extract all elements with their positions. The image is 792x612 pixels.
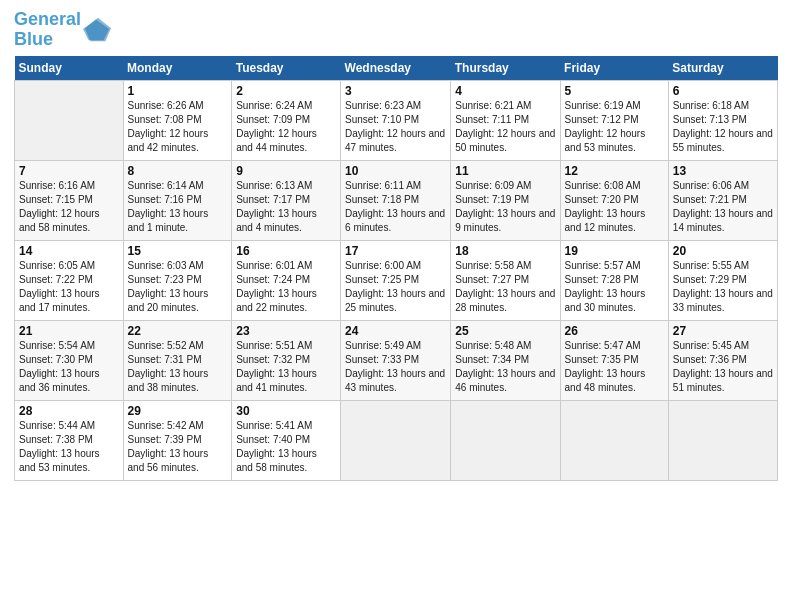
calendar-cell	[560, 400, 668, 480]
day-info: Sunrise: 6:11 AMSunset: 7:18 PMDaylight:…	[345, 179, 446, 235]
day-number: 24	[345, 324, 446, 338]
header: General Blue	[14, 10, 778, 50]
weekday-header: Wednesday	[341, 56, 451, 81]
calendar-cell	[15, 80, 124, 160]
logo-icon	[83, 16, 111, 44]
calendar-cell: 17Sunrise: 6:00 AMSunset: 7:25 PMDayligh…	[341, 240, 451, 320]
calendar-cell: 6Sunrise: 6:18 AMSunset: 7:13 PMDaylight…	[668, 80, 777, 160]
calendar-week-row: 21Sunrise: 5:54 AMSunset: 7:30 PMDayligh…	[15, 320, 778, 400]
day-number: 14	[19, 244, 119, 258]
calendar-week-row: 28Sunrise: 5:44 AMSunset: 7:38 PMDayligh…	[15, 400, 778, 480]
calendar-cell	[451, 400, 560, 480]
day-number: 18	[455, 244, 555, 258]
day-info: Sunrise: 5:45 AMSunset: 7:36 PMDaylight:…	[673, 339, 773, 395]
calendar-cell: 13Sunrise: 6:06 AMSunset: 7:21 PMDayligh…	[668, 160, 777, 240]
day-number: 5	[565, 84, 664, 98]
calendar-cell: 21Sunrise: 5:54 AMSunset: 7:30 PMDayligh…	[15, 320, 124, 400]
day-number: 19	[565, 244, 664, 258]
calendar-week-row: 14Sunrise: 6:05 AMSunset: 7:22 PMDayligh…	[15, 240, 778, 320]
calendar-week-row: 1Sunrise: 6:26 AMSunset: 7:08 PMDaylight…	[15, 80, 778, 160]
day-info: Sunrise: 6:13 AMSunset: 7:17 PMDaylight:…	[236, 179, 336, 235]
day-info: Sunrise: 6:06 AMSunset: 7:21 PMDaylight:…	[673, 179, 773, 235]
calendar-cell: 28Sunrise: 5:44 AMSunset: 7:38 PMDayligh…	[15, 400, 124, 480]
weekday-header: Sunday	[15, 56, 124, 81]
calendar-cell: 26Sunrise: 5:47 AMSunset: 7:35 PMDayligh…	[560, 320, 668, 400]
day-info: Sunrise: 6:03 AMSunset: 7:23 PMDaylight:…	[128, 259, 228, 315]
weekday-header: Thursday	[451, 56, 560, 81]
logo: General Blue	[14, 10, 111, 50]
logo-text: General Blue	[14, 10, 81, 50]
day-number: 11	[455, 164, 555, 178]
day-number: 9	[236, 164, 336, 178]
day-info: Sunrise: 6:05 AMSunset: 7:22 PMDaylight:…	[19, 259, 119, 315]
weekday-header: Monday	[123, 56, 232, 81]
day-number: 6	[673, 84, 773, 98]
day-info: Sunrise: 6:14 AMSunset: 7:16 PMDaylight:…	[128, 179, 228, 235]
calendar-cell: 14Sunrise: 6:05 AMSunset: 7:22 PMDayligh…	[15, 240, 124, 320]
day-info: Sunrise: 6:00 AMSunset: 7:25 PMDaylight:…	[345, 259, 446, 315]
calendar-cell: 15Sunrise: 6:03 AMSunset: 7:23 PMDayligh…	[123, 240, 232, 320]
day-info: Sunrise: 5:44 AMSunset: 7:38 PMDaylight:…	[19, 419, 119, 475]
calendar-cell: 25Sunrise: 5:48 AMSunset: 7:34 PMDayligh…	[451, 320, 560, 400]
day-info: Sunrise: 6:26 AMSunset: 7:08 PMDaylight:…	[128, 99, 228, 155]
day-number: 16	[236, 244, 336, 258]
day-number: 1	[128, 84, 228, 98]
day-info: Sunrise: 6:01 AMSunset: 7:24 PMDaylight:…	[236, 259, 336, 315]
day-number: 2	[236, 84, 336, 98]
day-number: 10	[345, 164, 446, 178]
day-info: Sunrise: 5:54 AMSunset: 7:30 PMDaylight:…	[19, 339, 119, 395]
calendar-cell: 1Sunrise: 6:26 AMSunset: 7:08 PMDaylight…	[123, 80, 232, 160]
calendar-cell: 30Sunrise: 5:41 AMSunset: 7:40 PMDayligh…	[232, 400, 341, 480]
calendar-cell: 19Sunrise: 5:57 AMSunset: 7:28 PMDayligh…	[560, 240, 668, 320]
day-info: Sunrise: 5:42 AMSunset: 7:39 PMDaylight:…	[128, 419, 228, 475]
day-info: Sunrise: 6:24 AMSunset: 7:09 PMDaylight:…	[236, 99, 336, 155]
day-info: Sunrise: 5:57 AMSunset: 7:28 PMDaylight:…	[565, 259, 664, 315]
day-info: Sunrise: 5:58 AMSunset: 7:27 PMDaylight:…	[455, 259, 555, 315]
day-info: Sunrise: 6:16 AMSunset: 7:15 PMDaylight:…	[19, 179, 119, 235]
calendar-cell: 5Sunrise: 6:19 AMSunset: 7:12 PMDaylight…	[560, 80, 668, 160]
day-info: Sunrise: 5:48 AMSunset: 7:34 PMDaylight:…	[455, 339, 555, 395]
day-info: Sunrise: 5:51 AMSunset: 7:32 PMDaylight:…	[236, 339, 336, 395]
day-info: Sunrise: 5:41 AMSunset: 7:40 PMDaylight:…	[236, 419, 336, 475]
calendar-cell	[668, 400, 777, 480]
calendar-cell: 22Sunrise: 5:52 AMSunset: 7:31 PMDayligh…	[123, 320, 232, 400]
day-info: Sunrise: 6:23 AMSunset: 7:10 PMDaylight:…	[345, 99, 446, 155]
calendar-cell: 23Sunrise: 5:51 AMSunset: 7:32 PMDayligh…	[232, 320, 341, 400]
day-number: 21	[19, 324, 119, 338]
day-number: 25	[455, 324, 555, 338]
calendar-cell: 3Sunrise: 6:23 AMSunset: 7:10 PMDaylight…	[341, 80, 451, 160]
weekday-header: Tuesday	[232, 56, 341, 81]
day-info: Sunrise: 5:47 AMSunset: 7:35 PMDaylight:…	[565, 339, 664, 395]
calendar-cell: 9Sunrise: 6:13 AMSunset: 7:17 PMDaylight…	[232, 160, 341, 240]
day-info: Sunrise: 5:49 AMSunset: 7:33 PMDaylight:…	[345, 339, 446, 395]
weekday-header: Saturday	[668, 56, 777, 81]
day-number: 20	[673, 244, 773, 258]
calendar-cell: 20Sunrise: 5:55 AMSunset: 7:29 PMDayligh…	[668, 240, 777, 320]
day-number: 22	[128, 324, 228, 338]
day-info: Sunrise: 6:18 AMSunset: 7:13 PMDaylight:…	[673, 99, 773, 155]
calendar-cell: 27Sunrise: 5:45 AMSunset: 7:36 PMDayligh…	[668, 320, 777, 400]
calendar-cell: 10Sunrise: 6:11 AMSunset: 7:18 PMDayligh…	[341, 160, 451, 240]
day-info: Sunrise: 5:52 AMSunset: 7:31 PMDaylight:…	[128, 339, 228, 395]
weekday-header: Friday	[560, 56, 668, 81]
page-container: General Blue SundayMondayTuesdayWednesda…	[0, 0, 792, 491]
calendar-cell: 24Sunrise: 5:49 AMSunset: 7:33 PMDayligh…	[341, 320, 451, 400]
calendar-cell: 2Sunrise: 6:24 AMSunset: 7:09 PMDaylight…	[232, 80, 341, 160]
calendar-cell: 16Sunrise: 6:01 AMSunset: 7:24 PMDayligh…	[232, 240, 341, 320]
day-number: 27	[673, 324, 773, 338]
calendar-body: 1Sunrise: 6:26 AMSunset: 7:08 PMDaylight…	[15, 80, 778, 480]
day-number: 15	[128, 244, 228, 258]
day-number: 29	[128, 404, 228, 418]
day-number: 4	[455, 84, 555, 98]
calendar-week-row: 7Sunrise: 6:16 AMSunset: 7:15 PMDaylight…	[15, 160, 778, 240]
calendar-cell	[341, 400, 451, 480]
day-number: 7	[19, 164, 119, 178]
day-info: Sunrise: 6:19 AMSunset: 7:12 PMDaylight:…	[565, 99, 664, 155]
calendar-cell: 29Sunrise: 5:42 AMSunset: 7:39 PMDayligh…	[123, 400, 232, 480]
day-number: 17	[345, 244, 446, 258]
calendar-header-row: SundayMondayTuesdayWednesdayThursdayFrid…	[15, 56, 778, 81]
calendar-cell: 18Sunrise: 5:58 AMSunset: 7:27 PMDayligh…	[451, 240, 560, 320]
day-number: 12	[565, 164, 664, 178]
day-number: 13	[673, 164, 773, 178]
day-number: 8	[128, 164, 228, 178]
